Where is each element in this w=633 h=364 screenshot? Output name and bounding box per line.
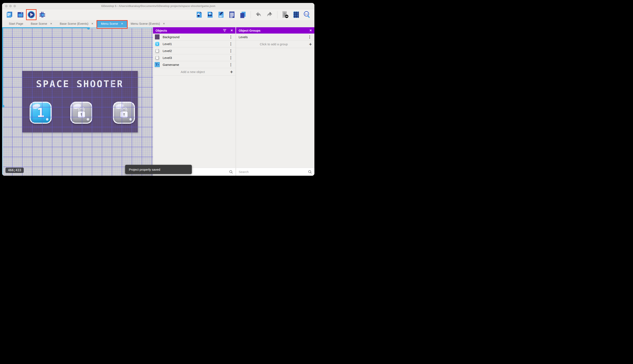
debug-icon[interactable] [38, 11, 46, 19]
filter-icon[interactable] [223, 29, 226, 32]
scene-editor-icon[interactable] [16, 11, 24, 19]
lock-icon [71, 103, 91, 123]
undo-icon[interactable] [255, 11, 262, 19]
title-bar: GDevelop 5 - /Users/dkarakay/Documents/G… [2, 3, 314, 9]
main-area: SPACE SHOOTER 1 [2, 27, 314, 176]
kebab-menu-icon[interactable]: ⋮ [228, 49, 233, 53]
lock-icon [114, 103, 134, 123]
gdevelop-window: GDevelop 5 - /Users/dkarakay/Documents/G… [2, 3, 314, 176]
tab-menu-scene[interactable]: Menu Scene ✕ [97, 20, 127, 27]
level3-thumbnail [155, 55, 160, 60]
group-name: Levels [239, 35, 307, 39]
level3-button-object[interactable] [113, 102, 135, 124]
svg-text:1:1: 1:1 [305, 13, 308, 15]
object-groups-list: Levels ⋮ Click to add a group + [236, 34, 314, 168]
canvas-horizontal-scrollbar[interactable] [2, 27, 153, 28]
object-row-level2[interactable]: Level2 ⋮ [153, 48, 235, 54]
tab-label: Menu Scene (Events) [131, 22, 160, 25]
add-object-label: Add a new object [156, 70, 230, 74]
close-icon[interactable]: ✕ [91, 22, 93, 25]
play-icon[interactable] [27, 11, 35, 19]
minimize-window-button[interactable] [9, 5, 12, 7]
object-row-background[interactable]: Background ⋮ [153, 34, 235, 40]
close-icon[interactable]: ✕ [230, 29, 233, 32]
tab-start-page[interactable]: Start Page [5, 20, 27, 27]
background-object[interactable]: SPACE SHOOTER 1 [22, 71, 138, 132]
close-icon[interactable]: ✕ [50, 22, 52, 25]
background-thumbnail [155, 34, 160, 40]
toolbar-left-group [6, 11, 46, 19]
objects-panel-header: Objects ✕ [153, 27, 235, 34]
level1-button-object[interactable]: 1 [30, 102, 52, 124]
level2-button-object[interactable] [70, 102, 92, 124]
kebab-menu-icon[interactable]: ⋮ [228, 62, 233, 67]
toolbar: 1:1 [2, 9, 314, 20]
tab-bar: Start Page Base Scene ✕ Base Scene (Even… [2, 20, 314, 27]
tab-base-scene[interactable]: Base Scene ✕ [27, 20, 56, 27]
close-window-button[interactable] [5, 5, 8, 7]
level1-thumbnail: 1 [155, 41, 160, 46]
zoom-window-button[interactable] [14, 5, 16, 7]
save-toast: Project properly saved [125, 165, 192, 174]
play-button-highlight [26, 9, 37, 20]
object-row-level1[interactable]: 1 Level1 ⋮ [153, 40, 235, 48]
level2-thumbnail [155, 48, 160, 53]
vertical-scrollbar-handle[interactable] [2, 105, 5, 108]
add-instance-icon[interactable] [195, 11, 203, 19]
add-group-label: Click to add a group [239, 42, 309, 46]
plus-icon[interactable]: + [309, 42, 312, 47]
grid-icon[interactable] [292, 11, 300, 19]
plus-icon[interactable]: + [230, 70, 233, 74]
level1-digit: 1 [31, 103, 51, 123]
render-mask-icon[interactable] [281, 11, 289, 19]
scene-properties-icon[interactable] [217, 11, 225, 19]
object-groups-search-input[interactable] [239, 170, 306, 174]
tab-label: Start Page [9, 22, 23, 25]
tab-label: Base Scene [31, 22, 47, 25]
toolbar-divider [277, 11, 277, 18]
kebab-menu-icon[interactable]: ⋮ [307, 35, 312, 39]
group-row-levels[interactable]: Levels ⋮ [236, 34, 314, 40]
object-groups-search-bar [236, 168, 314, 176]
search-icon [308, 170, 312, 174]
close-icon[interactable]: ✕ [121, 22, 123, 25]
object-groups-panel-title: Object Groups [239, 29, 309, 32]
tab-base-scene-events[interactable]: Base Scene (Events) ✕ [56, 20, 97, 27]
add-group-row[interactable]: Click to add a group + [236, 40, 314, 48]
tab-label: Base Scene (Events) [60, 22, 88, 25]
object-name: Level3 [163, 56, 225, 60]
objects-list: Background ⋮ 1 Level1 ⋮ Level2 ⋮ [153, 34, 235, 168]
horizontal-scrollbar-handle[interactable] [87, 27, 90, 30]
tab-label: Menu Scene [101, 22, 118, 25]
object-row-gamename[interactable]: Tx Gamename ⋮ [153, 61, 235, 68]
window-title: GDevelop 5 - /Users/dkarakay/Documents/G… [101, 4, 215, 8]
object-groups-panel: Object Groups ✕ Levels ⋮ Click to add a … [236, 27, 314, 176]
objects-panel: Objects ✕ Background ⋮ 1 Level1 ⋮ [153, 27, 235, 176]
object-row-level3[interactable]: Level3 ⋮ [153, 54, 235, 61]
add-object-row[interactable]: Add a new object + [153, 68, 235, 76]
object-name: Level2 [163, 49, 225, 53]
instances-icon[interactable] [206, 11, 214, 19]
object-name: Level1 [163, 42, 225, 46]
search-icon [229, 170, 233, 174]
gamename-text-object[interactable]: SPACE SHOOTER [22, 78, 138, 90]
redo-icon[interactable] [265, 11, 273, 19]
instances-list-icon[interactable] [228, 11, 236, 19]
scene-canvas[interactable]: SPACE SHOOTER 1 [2, 27, 153, 176]
kebab-menu-icon[interactable]: ⋮ [228, 56, 233, 60]
zoom-1-1-icon[interactable]: 1:1 [303, 11, 311, 19]
toolbar-right-group: 1:1 [195, 11, 311, 19]
close-icon[interactable]: ✕ [309, 29, 312, 32]
object-groups-panel-header: Object Groups ✕ [236, 27, 314, 34]
canvas-vertical-scrollbar[interactable] [2, 27, 3, 176]
project-manager-icon[interactable] [6, 11, 14, 19]
cursor-coordinates: 466;433 [6, 168, 24, 173]
layers-icon[interactable] [239, 11, 247, 19]
kebab-menu-icon[interactable]: ⋮ [228, 42, 233, 46]
traffic-lights[interactable] [5, 5, 16, 7]
objects-panel-title: Objects [156, 29, 223, 32]
close-icon[interactable]: ✕ [163, 22, 165, 25]
kebab-menu-icon[interactable]: ⋮ [228, 35, 233, 39]
gamename-thumbnail: Tx [155, 62, 160, 67]
tab-menu-scene-events[interactable]: Menu Scene (Events) ✕ [127, 20, 169, 27]
